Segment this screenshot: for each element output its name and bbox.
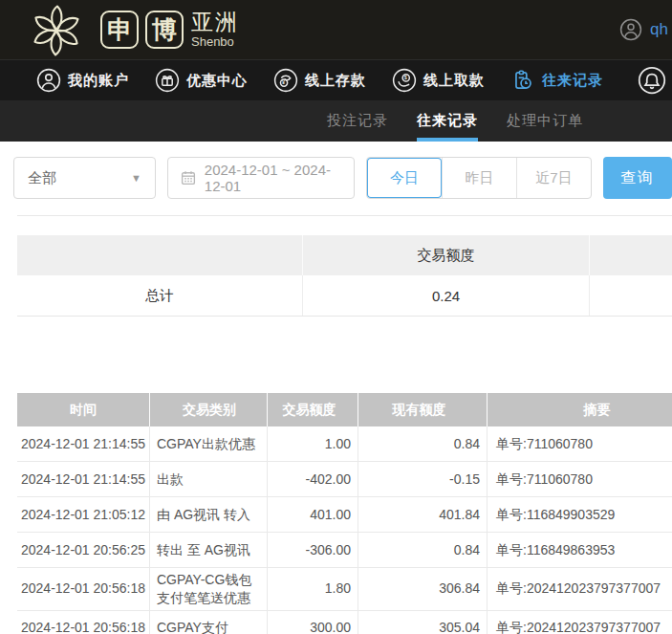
col-header-amount: 交易额度 <box>268 393 358 426</box>
nav-label: 线上取款 <box>423 72 485 90</box>
table-cell: 1.80 <box>268 568 358 610</box>
nav-item-deposit[interactable]: ¥ 线上存款 <box>273 68 366 93</box>
deposit-coin-icon: ¥ <box>273 68 298 93</box>
search-button[interactable]: 查询 <box>603 157 672 199</box>
spacer <box>0 317 672 393</box>
nav-item-my-account[interactable]: 我的账户 <box>36 68 129 93</box>
table-body: 2024-12-01 21:14:55CGPAY出款优惠1.000.84单号:7… <box>17 426 672 634</box>
user-avatar-icon <box>619 18 642 41</box>
quick-range-group: 今日 昨日 近7日 <box>366 157 592 199</box>
table-cell: 2024-12-01 20:56:18 <box>17 611 150 634</box>
summary-header-empty <box>590 235 672 275</box>
table-cell: 401.84 <box>358 497 488 532</box>
summary-total-row: 总计 0.24 <box>17 275 672 317</box>
table-cell: 300.00 <box>268 611 358 634</box>
table-row: 2024-12-01 21:05:12由 AG视讯 转入401.00401.84… <box>17 497 672 533</box>
table-cell: CGPAY支付 <box>150 611 268 634</box>
quick-range-7days[interactable]: 近7日 <box>516 158 591 198</box>
svg-text:¥: ¥ <box>282 79 286 85</box>
category-select[interactable]: 全部 ▼ <box>13 157 156 199</box>
chevron-down-icon: ▼ <box>131 172 141 184</box>
summary-header-amount: 交易额度 <box>303 235 590 275</box>
table-cell: 0.84 <box>358 533 488 567</box>
records-subnav: 投注记录 往来记录 处理中订单 <box>0 100 672 142</box>
table-cell: 305.04 <box>358 611 488 634</box>
table-cell: CGPAY出款优惠 <box>150 426 268 461</box>
category-select-value: 全部 <box>28 169 56 187</box>
username-text: qh <box>650 20 668 39</box>
main-navigation: 我的账户 优惠中心 ¥ 线上存款 <box>0 59 672 100</box>
table-row: 2024-12-01 21:14:55出款-402.00-0.15单号:7110… <box>17 462 672 497</box>
quick-range-today[interactable]: 今日 <box>367 158 442 198</box>
nav-label: 线上存款 <box>305 72 366 90</box>
summary-total-empty <box>590 275 672 316</box>
table-cell: 2024-12-01 20:56:25 <box>17 533 150 567</box>
nav-label: 往来记录 <box>542 72 603 90</box>
table-cell: 1.00 <box>268 426 358 461</box>
table-cell: 306.84 <box>358 568 488 610</box>
col-header-summary: 摘要 <box>488 393 672 426</box>
user-circle-icon <box>36 68 61 93</box>
svg-text:$: $ <box>404 75 408 80</box>
nav-item-withdraw[interactable]: $ 线上取款 <box>392 68 485 93</box>
tab-betting-records[interactable]: 投注记录 <box>327 100 388 142</box>
logo-char-box: 博 <box>145 11 184 49</box>
table-cell: 由 AG视讯 转入 <box>150 497 268 532</box>
col-header-time: 时间 <box>17 393 150 426</box>
table-row: 2024-12-01 20:56:25转出 至 AG视讯-306.000.84单… <box>17 533 672 568</box>
date-range-value: 2024-12-01 ~ 2024-12-01 <box>205 162 342 194</box>
summary-table: 交易额度 总计 0.24 <box>17 235 672 317</box>
table-cell: 0.84 <box>358 426 488 461</box>
filter-bar: 全部 ▼ 2024-12-01 ~ 2024-12-01 今日 昨日 近7日 查… <box>0 142 672 199</box>
table-cell: 2024-12-01 21:14:55 <box>17 426 150 461</box>
table-cell: 单号:202412023797377007 <box>488 568 672 610</box>
logo-region-text: 亚洲 <box>191 11 239 33</box>
section-divider <box>17 215 672 216</box>
table-row: 2024-12-01 20:56:18CGPAY支付300.00305.04单号… <box>17 611 672 634</box>
table-cell: 2024-12-01 21:05:12 <box>17 497 150 532</box>
summary-total-value: 0.24 <box>303 275 590 316</box>
records-clipboard-clock-icon <box>510 68 535 93</box>
flower-logo-icon <box>25 2 88 57</box>
table-cell: 2024-12-01 20:56:18 <box>17 568 150 610</box>
table-cell: 401.00 <box>268 497 358 532</box>
nav-item-transaction-records[interactable]: 往来记录 <box>510 68 603 93</box>
table-header-row: 时间 交易类别 交易额度 现有额度 摘要 <box>17 393 672 426</box>
summary-header-empty <box>17 235 303 275</box>
gift-icon <box>155 68 180 93</box>
nav-label: 优惠中心 <box>186 72 248 90</box>
table-cell: 单号:711060780 <box>488 426 672 461</box>
nav-label: 我的账户 <box>68 72 129 90</box>
brand-logo: 申 博 亚洲 Shenbo <box>25 2 239 57</box>
table-row: 2024-12-01 20:56:18CGPAY-CG钱包支付笔笔送优惠1.80… <box>17 568 672 611</box>
table-cell: 单号:116849863953 <box>488 533 672 567</box>
topbar: 申 博 亚洲 Shenbo qh <box>0 0 672 59</box>
nav-item-promotions[interactable]: 优惠中心 <box>155 68 248 93</box>
logo-char-box: 申 <box>100 11 139 49</box>
summary-header-row: 交易额度 <box>17 235 672 275</box>
bell-icon <box>638 66 666 95</box>
table-cell: 单号:711060780 <box>488 462 672 496</box>
table-cell: 单号:202412023797377007 <box>488 611 672 634</box>
user-account-chip[interactable]: qh <box>619 0 668 59</box>
tab-processing-orders[interactable]: 处理中订单 <box>507 100 583 142</box>
col-header-type: 交易类别 <box>150 393 268 426</box>
notifications-button[interactable] <box>638 66 666 95</box>
calendar-icon <box>180 169 197 186</box>
table-cell: -306.00 <box>268 533 358 567</box>
table-cell: -0.15 <box>358 462 488 496</box>
records-table: 时间 交易类别 交易额度 现有额度 摘要 2024-12-01 21:14:55… <box>17 393 672 634</box>
table-cell: -402.00 <box>268 462 358 496</box>
date-range-input[interactable]: 2024-12-01 ~ 2024-12-01 <box>167 157 355 199</box>
table-cell: 2024-12-01 21:14:55 <box>17 462 150 496</box>
table-cell: 转出 至 AG视讯 <box>150 533 268 567</box>
logo-region: 亚洲 Shenbo <box>191 11 239 48</box>
quick-range-yesterday[interactable]: 昨日 <box>442 158 516 198</box>
withdraw-coin-icon: $ <box>392 68 417 93</box>
table-cell: CGPAY-CG钱包支付笔笔送优惠 <box>150 568 268 610</box>
table-row: 2024-12-01 21:14:55CGPAY出款优惠1.000.84单号:7… <box>17 426 672 462</box>
tab-transaction-records[interactable]: 往来记录 <box>417 100 478 142</box>
table-cell: 出款 <box>150 462 268 496</box>
table-cell: 单号:116849903529 <box>488 497 672 532</box>
summary-total-label: 总计 <box>17 275 303 316</box>
